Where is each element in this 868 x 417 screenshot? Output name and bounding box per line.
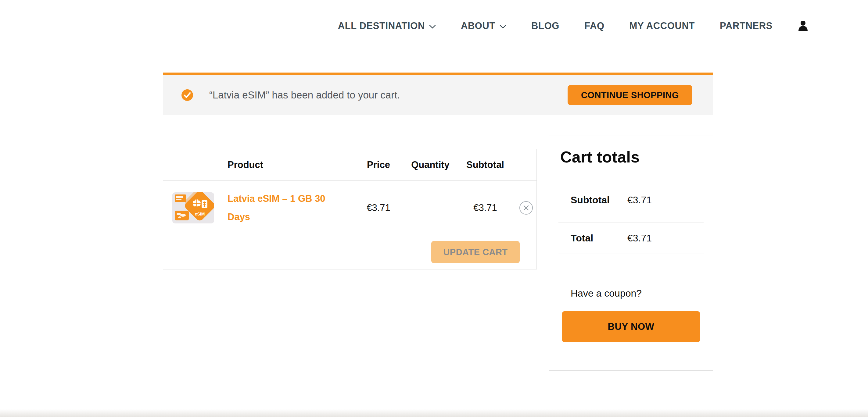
cart-totals-body: Subtotal €3.71 Total €3.71 Have a coupon… xyxy=(549,178,713,342)
nav-item-blog[interactable]: BLOG xyxy=(531,21,559,31)
nav-menu: ALL DESTINATION ABOUT BLOG FAQ MY ACCOUN… xyxy=(338,0,808,52)
total-row: Total €3.71 xyxy=(558,223,704,254)
nav-item-about[interactable]: ABOUT xyxy=(461,21,506,31)
subtotal-amount: €3.71 xyxy=(627,194,652,206)
check-circle-icon xyxy=(181,89,193,101)
continue-shopping-button[interactable]: CONTINUE SHOPPING xyxy=(567,85,692,105)
update-cart-button[interactable]: UPDATE CART xyxy=(431,241,520,263)
cart-page: ALL DESTINATION ABOUT BLOG FAQ MY ACCOUN… xyxy=(0,0,868,417)
nav-item-faq[interactable]: FAQ xyxy=(584,21,604,31)
total-amount: €3.71 xyxy=(627,232,652,244)
nav-item-partners[interactable]: PARTNERS xyxy=(720,21,773,31)
subtotal-row: Subtotal €3.71 xyxy=(558,178,704,223)
subtotal-label: Subtotal xyxy=(570,194,627,206)
notice-message: “Latvia eSIM” has been added to your car… xyxy=(209,89,567,101)
chevron-down-icon xyxy=(429,25,436,29)
chevron-down-icon xyxy=(500,25,506,29)
remove-item-button[interactable] xyxy=(519,201,533,215)
cart-totals-title: Cart totals xyxy=(549,136,713,178)
nav-item-label: FAQ xyxy=(584,21,604,31)
thumbnail-esim-label: eSIM xyxy=(195,212,205,217)
product-thumbnail[interactable]: eSIM xyxy=(172,192,214,223)
added-to-cart-notice: “Latvia eSIM” has been added to your car… xyxy=(163,72,713,115)
product-thumbnail-cell: eSIM xyxy=(163,192,227,223)
cart-table: Product Price Quantity Subtotal xyxy=(163,149,537,269)
x-circle-icon xyxy=(523,204,529,211)
person-icon xyxy=(798,20,808,32)
nav-item-all-destination[interactable]: ALL DESTINATION xyxy=(338,21,436,31)
table-row: eSIM Latvia eSIM – 1 GB 30 Days €3.71 €3… xyxy=(163,181,536,235)
nav-item-label: ABOUT xyxy=(461,21,495,31)
price-value: €3.71 xyxy=(351,202,406,213)
buy-now-button[interactable]: BUY NOW xyxy=(562,311,700,342)
total-label: Total xyxy=(570,232,627,244)
totals-divider xyxy=(558,254,704,270)
product-name-cell: Latvia eSIM – 1 GB 30 Days xyxy=(227,190,351,226)
header-price: Price xyxy=(351,159,406,170)
bottom-section-edge xyxy=(0,409,868,417)
coupon-link[interactable]: Have a coupon? xyxy=(570,288,642,299)
header-subtotal: Subtotal xyxy=(455,159,516,170)
cart-table-header: Product Price Quantity Subtotal xyxy=(163,149,536,181)
product-link[interactable]: Latvia eSIM – 1 GB 30 Days xyxy=(227,190,342,226)
nav-item-label: PARTNERS xyxy=(720,21,773,31)
nav-item-label: BLOG xyxy=(531,21,559,31)
nav-item-label: MY ACCOUNT xyxy=(629,21,695,31)
cart-table-actions: UPDATE CART xyxy=(163,235,536,269)
header-quantity: Quantity xyxy=(406,159,455,170)
header-product: Product xyxy=(227,159,351,170)
remove-item-cell xyxy=(516,201,536,215)
top-navigation: ALL DESTINATION ABOUT BLOG FAQ MY ACCOUN… xyxy=(0,0,868,52)
nav-item-my-account[interactable]: MY ACCOUNT xyxy=(629,21,695,31)
cart-totals-box: Cart totals Subtotal €3.71 Total €3.71 H… xyxy=(549,136,713,371)
nav-item-label: ALL DESTINATION xyxy=(338,21,425,31)
account-button[interactable] xyxy=(798,20,808,32)
subtotal-value: €3.71 xyxy=(455,202,516,213)
